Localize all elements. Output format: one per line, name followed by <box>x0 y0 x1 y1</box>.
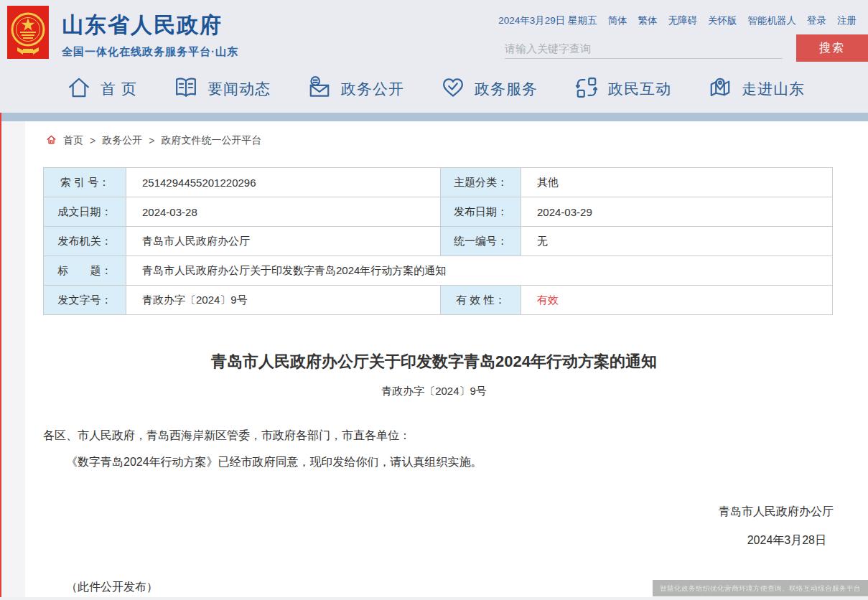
nav-item-news[interactable]: 要闻动态 <box>173 75 271 103</box>
main-nav: 首 页 要闻动态 政务公开 政务服务 政民互动 <box>0 65 868 113</box>
breadcrumb-separator: > <box>149 135 154 146</box>
search-button[interactable]: 搜索 <box>796 34 868 62</box>
document-salutation: 各区、市人民政府，青岛西海岸新区管委，市政府各部门，市直各单位： <box>43 428 825 444</box>
link-accessibility[interactable]: 无障碍 <box>668 14 698 27</box>
site-title-block: 山东省人民政府 全国一体化在线政务服务平台·山东 <box>62 11 238 59</box>
breadcrumb-platform[interactable]: 政府文件统一公开平台 <box>161 134 261 147</box>
table-row: 索 引 号： 2514294455201220296 主题分类： 其他 <box>44 168 833 197</box>
document-meta-table: 索 引 号： 2514294455201220296 主题分类： 其他 成文日期… <box>43 167 833 315</box>
book-icon <box>173 75 199 103</box>
nav-item-services[interactable]: 政务服务 <box>440 75 538 103</box>
meta-value-title: 青岛市人民政府办公厅关于印发数字青岛2024年行动方案的通知 <box>126 256 833 286</box>
meta-value-issuer: 青岛市人民政府办公厅 <box>126 227 441 256</box>
nav-label: 首 页 <box>101 79 137 99</box>
nav-item-home[interactable]: 首 页 <box>66 75 137 103</box>
site-title: 山东省人民政府 <box>62 11 238 40</box>
nav-label: 政民互动 <box>608 79 671 99</box>
meta-label-issuer: 发布机关： <box>44 227 126 256</box>
table-row: 发文字号： 青政办字〔2024〕9号 有 效 性： 有效 <box>44 286 833 315</box>
meta-value-category: 其他 <box>521 168 833 197</box>
main-content: 首页 > 政务公开 > 政府文件统一公开平台 索 引 号： 2514294455… <box>0 121 868 595</box>
meta-value-publish-date: 2024-03-29 <box>521 197 833 227</box>
document-signer: 青岛市人民政府办公厅 <box>0 505 868 520</box>
meta-value-doc-number: 青政办字〔2024〕9号 <box>126 286 441 315</box>
link-simplified[interactable]: 简体 <box>608 14 627 27</box>
meta-value-written-date: 2024-03-28 <box>126 197 441 227</box>
exchange-icon <box>574 75 599 103</box>
meta-label-publish-date: 发布日期： <box>441 197 521 227</box>
link-care-version[interactable]: 关怀版 <box>708 14 737 27</box>
meta-value-validity: 有效 <box>521 286 833 315</box>
home-icon <box>46 134 57 147</box>
document-title: 青岛市人民政府办公厅关于印发数字青岛2024年行动方案的通知 <box>0 351 868 372</box>
meta-label-unified-no: 统一编号： <box>441 227 521 256</box>
document-sign-date: 2024年3月28日 <box>0 533 868 548</box>
meta-label-written-date: 成文日期： <box>44 197 126 227</box>
heart-icon <box>440 75 466 103</box>
national-emblem-icon <box>7 6 49 59</box>
nav-label: 政务服务 <box>475 79 538 99</box>
link-traditional[interactable]: 繁体 <box>638 14 658 27</box>
envelope-icon <box>307 75 332 103</box>
link-smart-robot[interactable]: 智能机器人 <box>748 14 797 27</box>
document-body: 《数字青岛2024年行动方案》已经市政府同意，现印发给你们，请认真组织实施。 <box>43 455 825 470</box>
search-bar: 搜索 <box>505 33 868 62</box>
top-utility-bar: 2024年3月29日 星期五 简体 繁体 无障碍 关怀版 智能机器人 登录 注册 <box>498 14 857 27</box>
meta-label-category: 主题分类： <box>441 168 521 197</box>
page: 山东省人民政府 全国一体化在线政务服务平台·山东 2024年3月29日 星期五 … <box>0 0 868 600</box>
site-header: 山东省人民政府 全国一体化在线政务服务平台·山东 2024年3月29日 星期五 … <box>0 0 868 65</box>
nav-label: 要闻动态 <box>207 79 271 99</box>
link-login[interactable]: 登录 <box>807 14 826 27</box>
breadcrumb-home[interactable]: 首页 <box>63 134 83 147</box>
nav-label: 政务公开 <box>341 79 404 99</box>
nav-item-about-shandong[interactable]: 走进山东 <box>707 75 805 103</box>
meta-label-doc-number: 发文字号： <box>44 286 126 315</box>
nav-item-interaction[interactable]: 政民互动 <box>574 75 671 103</box>
meta-value-unified-no: 无 <box>521 227 833 256</box>
table-row: 成文日期： 2024-03-28 发布日期： 2024-03-29 <box>44 197 833 227</box>
bottom-strip <box>0 597 868 600</box>
nav-item-gov-info[interactable]: 政务公开 <box>307 75 404 103</box>
site-subtitle: 全国一体化在线政务服务平台·山东 <box>62 45 238 59</box>
breadcrumb: 首页 > 政务公开 > 政府文件统一公开平台 <box>46 134 868 147</box>
watermark-text: 智慧化政务组织优化营商环境方便查询、联络互动综合服务平台 <box>653 580 868 596</box>
breadcrumb-gov-info[interactable]: 政务公开 <box>102 134 142 147</box>
meta-value-index: 2514294455201220296 <box>126 168 441 197</box>
search-input[interactable] <box>505 39 783 59</box>
link-register[interactable]: 注册 <box>837 14 857 27</box>
home-icon <box>66 75 92 103</box>
document-number: 青政办字〔2024〕9号 <box>0 385 868 398</box>
map-pin-icon <box>707 75 733 103</box>
table-row: 标 题： 青岛市人民政府办公厅关于印发数字青岛2024年行动方案的通知 <box>44 256 833 286</box>
breadcrumb-separator: > <box>90 135 95 146</box>
meta-label-validity: 有 效 性： <box>441 286 521 315</box>
nav-label: 走进山东 <box>742 79 805 99</box>
table-row: 发布机关： 青岛市人民政府办公厅 统一编号： 无 <box>44 227 833 256</box>
current-date: 2024年3月29日 星期五 <box>498 14 597 27</box>
meta-label-title: 标 题： <box>44 256 126 286</box>
meta-label-index: 索 引 号： <box>44 168 126 197</box>
nav-divider-bar <box>0 113 868 121</box>
